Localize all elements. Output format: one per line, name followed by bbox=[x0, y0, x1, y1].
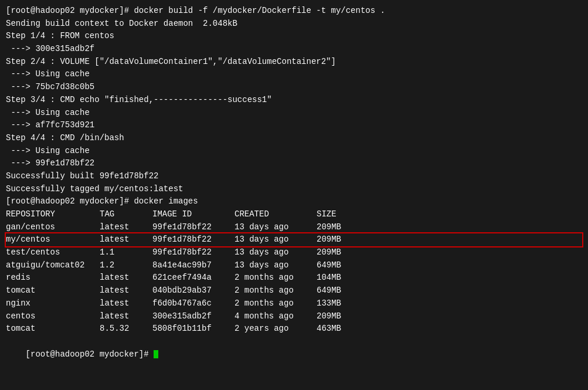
cell-created: 2 years ago bbox=[234, 323, 317, 335]
successfully-tagged-line: Successfully tagged my/centos:latest bbox=[6, 183, 582, 196]
table-row: tomcatlatest040bdb29ab372 months ago649M… bbox=[6, 284, 582, 297]
cell-size: 133MB bbox=[317, 297, 363, 310]
cell-size: 209MB bbox=[317, 221, 363, 234]
cell-tag: latest bbox=[100, 284, 152, 297]
step3-line: Step 3/4 : CMD echo "finished,----------… bbox=[6, 94, 582, 107]
cell-image-id: 621ceef7494a bbox=[152, 272, 234, 284]
docker-images-command-line: [root@hadoop02 mydocker]# docker images bbox=[6, 195, 582, 208]
cell-repo: redis bbox=[6, 272, 100, 284]
cell-repo: centos bbox=[6, 310, 100, 323]
last-prompt-line: [root@hadoop02 mydocker]# bbox=[6, 335, 582, 374]
step3-hash-line: ---> af7fc753d921 bbox=[6, 119, 582, 132]
table-row: tomcat8.5.325808f01b11bf2 years ago463MB bbox=[6, 323, 582, 335]
step3-cache-line: ---> Using cache bbox=[6, 107, 582, 120]
cell-image-id: 99fe1d78bf22 bbox=[152, 246, 234, 259]
header-repository: REPOSITORY bbox=[6, 208, 100, 221]
cell-size: 209MB bbox=[317, 246, 363, 259]
step4-cache-line: ---> Using cache bbox=[6, 145, 582, 158]
cell-size: 649MB bbox=[317, 259, 363, 272]
terminal: [root@hadoop02 mydocker]# docker build -… bbox=[0, 0, 588, 390]
cell-repo: test/centos bbox=[6, 246, 100, 259]
header-size: SIZE bbox=[317, 208, 363, 221]
step1-hash-line: ---> 300e315adb2f bbox=[6, 43, 582, 56]
header-image-id: IMAGE ID bbox=[152, 208, 234, 221]
cell-tag: latest bbox=[100, 221, 152, 234]
step4-hash-line: ---> 99fe1d78bf22 bbox=[6, 157, 582, 170]
cell-tag: latest bbox=[100, 272, 152, 284]
successfully-built-line: Successfully built 99fe1d78bf22 bbox=[6, 170, 582, 183]
last-prompt-text: [root@hadoop02 mydocker]# bbox=[26, 350, 149, 359]
cell-image-id: f6d0b4767a6c bbox=[152, 297, 234, 310]
sending-build-context-line: Sending build context to Docker daemon 2… bbox=[6, 18, 582, 30]
cell-size: 209MB bbox=[317, 310, 363, 323]
cell-tag: latest bbox=[100, 310, 152, 323]
cell-created: 2 months ago bbox=[234, 284, 317, 297]
cell-image-id: 5808f01b11bf bbox=[152, 323, 234, 335]
cell-created: 13 days ago bbox=[234, 259, 317, 272]
table-row: centoslatest300e315adb2f4 months ago209M… bbox=[6, 310, 582, 323]
cell-tag: latest bbox=[100, 233, 152, 246]
cell-created: 13 days ago bbox=[234, 233, 317, 246]
cell-tag: 1.2 bbox=[100, 259, 152, 272]
table-row: gan/centoslatest99fe1d78bf2213 days ago2… bbox=[6, 221, 582, 234]
cell-image-id: 8a41e4ac99b7 bbox=[152, 259, 234, 272]
cell-repo: atguigu/tomcat02 bbox=[6, 259, 100, 272]
table-row: atguigu/tomcat021.28a41e4ac99b713 days a… bbox=[6, 259, 582, 272]
step2-line: Step 2/4 : VOLUME ["/dataVolumeContainer… bbox=[6, 56, 582, 69]
cell-tag: 8.5.32 bbox=[100, 323, 152, 335]
cell-repo: nginx bbox=[6, 297, 100, 310]
step4-line: Step 4/4 : CMD /bin/bash bbox=[6, 132, 582, 145]
cell-image-id: 99fe1d78bf22 bbox=[152, 233, 234, 246]
step2-hash-line: ---> 75bc7d38c0b5 bbox=[6, 81, 582, 94]
step1-line: Step 1/4 : FROM centos bbox=[6, 30, 582, 43]
docker-images-table: REPOSITORY TAG IMAGE ID CREATED SIZE gan… bbox=[6, 208, 582, 335]
cell-size: 463MB bbox=[317, 323, 363, 335]
cell-image-id: 040bdb29ab37 bbox=[152, 284, 234, 297]
cell-repo: tomcat bbox=[6, 284, 100, 297]
table-row: redislatest621ceef7494a2 months ago104MB bbox=[6, 272, 582, 284]
cell-image-id: 99fe1d78bf22 bbox=[152, 221, 234, 234]
header-tag: TAG bbox=[100, 208, 152, 221]
build-command-line: [root@hadoop02 mydocker]# docker build -… bbox=[6, 5, 582, 18]
table-row: nginxlatestf6d0b4767a6c2 months ago133MB bbox=[6, 297, 582, 310]
cell-size: 209MB bbox=[317, 233, 363, 246]
header-created: CREATED bbox=[234, 208, 317, 221]
cell-size: 649MB bbox=[317, 284, 363, 297]
cursor-block bbox=[154, 350, 158, 358]
table-header-row: REPOSITORY TAG IMAGE ID CREATED SIZE bbox=[6, 208, 582, 221]
cell-repo: gan/centos bbox=[6, 221, 100, 234]
table-row: test/centos1.199fe1d78bf2213 days ago209… bbox=[6, 246, 582, 259]
cell-size: 104MB bbox=[317, 272, 363, 284]
cell-created: 2 months ago bbox=[234, 297, 317, 310]
cell-created: 13 days ago bbox=[234, 246, 317, 259]
cell-tag: 1.1 bbox=[100, 246, 152, 259]
cell-created: 4 months ago bbox=[234, 310, 317, 323]
cell-created: 2 months ago bbox=[234, 272, 317, 284]
cell-tag: latest bbox=[100, 297, 152, 310]
table-row: my/centoslatest99fe1d78bf2213 days ago20… bbox=[6, 233, 582, 246]
cell-repo: my/centos bbox=[6, 233, 100, 246]
cell-repo: tomcat bbox=[6, 323, 100, 335]
cell-image-id: 300e315adb2f bbox=[152, 310, 234, 323]
cell-created: 13 days ago bbox=[234, 221, 317, 234]
step2-cache-line: ---> Using cache bbox=[6, 68, 582, 81]
